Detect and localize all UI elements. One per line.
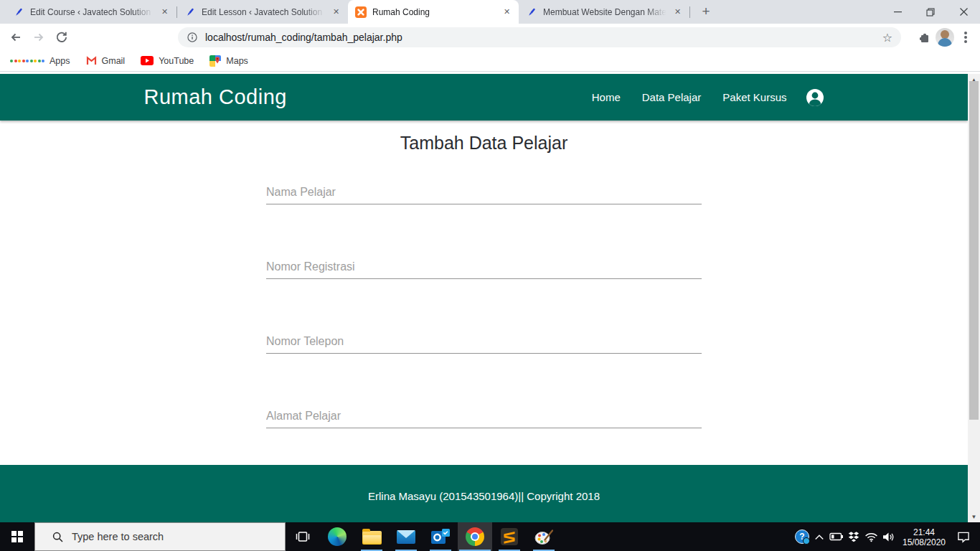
tab-title: Edit Course ‹ Javatech Solution – — [30, 7, 156, 17]
edge-icon — [328, 527, 347, 546]
close-icon[interactable]: ✕ — [501, 6, 513, 18]
nomor-registrasi-input[interactable] — [266, 255, 702, 279]
nav-paket-kursus[interactable]: Paket Kursus — [722, 91, 786, 103]
get-help-tray[interactable]: ? — [793, 522, 811, 551]
tab-membuat-website[interactable]: Membuat Website Dengan Mate ✕ — [519, 0, 689, 24]
tab-strip: Edit Course ‹ Javatech Solution – ✕ Edit… — [0, 0, 980, 24]
dropbox-icon[interactable] — [845, 522, 862, 551]
bookmark-maps[interactable]: Maps — [209, 55, 248, 67]
close-icon[interactable]: ✕ — [672, 6, 684, 18]
search-icon — [52, 532, 63, 542]
reload-icon[interactable] — [50, 26, 73, 49]
volume-icon[interactable] — [880, 522, 897, 551]
screen: Edit Course ‹ Javatech Solution – ✕ Edit… — [0, 0, 980, 551]
tab-title: Membuat Website Dengan Mate — [543, 7, 669, 17]
nomor-telepon-input[interactable] — [266, 329, 702, 354]
sublime-icon — [501, 528, 518, 545]
bookmark-label: Maps — [226, 56, 248, 66]
taskbar-sublime[interactable] — [492, 522, 527, 551]
start-button[interactable] — [0, 522, 34, 551]
tab-separator — [689, 6, 690, 18]
bookmark-youtube[interactable]: YouTube — [141, 56, 194, 66]
web-page: Rumah Coding Home Data Pelajar Paket Kur… — [0, 74, 968, 522]
bookmark-gmail[interactable]: Gmail — [86, 56, 126, 66]
help-icon: ? — [795, 529, 809, 544]
clock-date: 15/08/2020 — [897, 537, 951, 547]
pen-favicon — [526, 6, 537, 18]
tab-edit-lesson[interactable]: Edit Lesson ‹ Javatech Solution – ✕ — [177, 0, 348, 24]
file-explorer-icon — [362, 531, 382, 545]
outlook-icon — [431, 528, 450, 545]
search-placeholder: Type here to search — [72, 531, 164, 542]
bookmark-label: Apps — [50, 56, 70, 66]
nav-data-pelajar[interactable]: Data Pelajar — [642, 91, 702, 103]
tambah-pelajar-form — [266, 180, 702, 428]
battery-icon[interactable] — [828, 522, 845, 551]
page-scrollbar[interactable]: ▲ ▼ — [968, 74, 980, 522]
nav-home[interactable]: Home — [592, 91, 621, 103]
footer-text: Erlina Masayu (201543501964)|| Copyright… — [368, 486, 600, 502]
xampp-favicon — [355, 6, 367, 18]
restore-button[interactable] — [914, 0, 947, 24]
system-tray: ? 21:44 15/08/2020 — [793, 522, 980, 551]
nama-pelajar-input[interactable] — [266, 180, 702, 204]
site-footer: Erlina Masayu (201543501964)|| Copyright… — [0, 465, 968, 522]
main-content: Tambah Data Pelajar — [0, 121, 968, 465]
bookmark-star-icon[interactable]: ☆ — [882, 31, 892, 44]
wifi-icon[interactable] — [862, 522, 880, 551]
mail-icon — [397, 530, 415, 544]
bookmark-label: Gmail — [102, 56, 126, 66]
site-nav: Home Data Pelajar Paket Kursus — [570, 88, 824, 107]
site-header: Rumah Coding Home Data Pelajar Paket Kur… — [0, 74, 968, 121]
new-tab-button[interactable]: + — [696, 1, 716, 22]
action-center-icon[interactable] — [951, 522, 976, 551]
back-icon[interactable] — [4, 26, 27, 49]
minimize-button[interactable] — [881, 0, 914, 24]
pen-favicon — [184, 6, 196, 18]
taskbar-clock[interactable]: 21:44 15/08/2020 — [897, 526, 951, 547]
url-text[interactable]: localhost/rumah_coding/tambah_pelajar.ph… — [205, 32, 882, 43]
tab-title: Rumah Coding — [372, 7, 498, 17]
scroll-down-icon[interactable]: ▼ — [968, 511, 980, 522]
taskbar-mail[interactable] — [389, 522, 423, 551]
profile-avatar[interactable] — [936, 28, 954, 47]
paint-icon — [534, 528, 553, 545]
tab-title: Edit Lesson ‹ Javatech Solution – — [202, 7, 327, 17]
close-button[interactable] — [947, 0, 980, 24]
tray-chevron-icon[interactable] — [811, 522, 828, 551]
taskbar-file-explorer[interactable] — [354, 522, 389, 551]
page-info-icon[interactable] — [187, 32, 198, 43]
browser-menu-icon[interactable] — [964, 36, 967, 39]
page-title: Tambah Data Pelajar — [0, 121, 968, 159]
taskbar-outlook[interactable] — [423, 522, 458, 551]
close-icon[interactable]: ✕ — [159, 6, 171, 18]
alamat-pelajar-input[interactable] — [266, 404, 702, 428]
browser-toolbar: localhost/rumah_coding/tambah_pelajar.ph… — [0, 24, 980, 50]
maps-icon — [209, 55, 221, 67]
account-circle-icon[interactable] — [806, 88, 824, 107]
browser-viewport: Rumah Coding Home Data Pelajar Paket Kur… — [0, 72, 980, 522]
windows-logo-icon — [11, 531, 23, 542]
tab-rumah-coding[interactable]: Rumah Coding ✕ — [348, 0, 519, 24]
clock-time: 21:44 — [897, 527, 951, 537]
taskbar-search[interactable]: Type here to search — [34, 522, 286, 551]
close-icon[interactable]: ✕ — [330, 6, 342, 18]
address-bar[interactable]: localhost/rumah_coding/tambah_pelajar.ph… — [178, 27, 901, 47]
bookmark-apps[interactable]: Apps — [10, 56, 70, 66]
taskbar-chrome[interactable] — [458, 522, 492, 551]
apps-grid-icon — [10, 60, 44, 62]
taskbar-edge[interactable] — [320, 522, 354, 551]
toolbar-right — [918, 24, 977, 50]
youtube-icon — [141, 56, 154, 65]
task-view-button[interactable] — [286, 522, 320, 551]
scrollbar-thumb[interactable] — [969, 81, 979, 420]
forward-icon[interactable] — [27, 26, 50, 49]
bookmark-label: YouTube — [159, 56, 194, 66]
extensions-icon[interactable] — [918, 31, 931, 44]
tab-edit-course[interactable]: Edit Course ‹ Javatech Solution – ✕ — [6, 0, 176, 24]
bookmarks-bar: Apps Gmail YouTube Maps — [0, 50, 980, 72]
site-brand[interactable]: Rumah Coding — [144, 85, 287, 109]
window-controls — [881, 0, 980, 24]
chrome-icon — [466, 527, 484, 546]
taskbar-paint[interactable] — [527, 522, 561, 551]
